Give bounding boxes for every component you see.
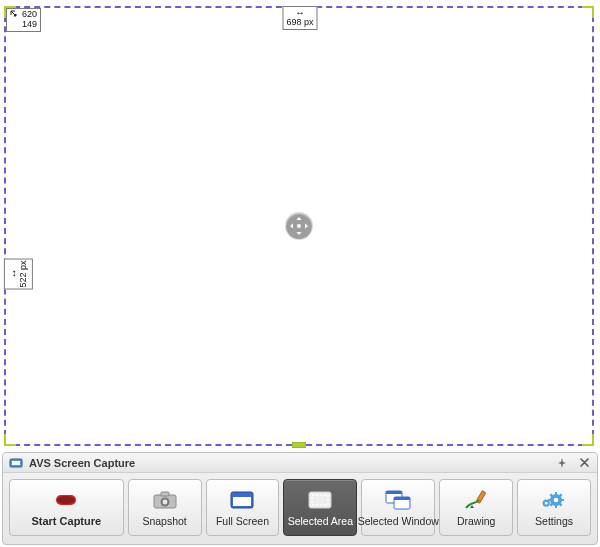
record-icon: [52, 489, 80, 511]
button-label: Start Capture: [31, 515, 101, 527]
resize-handle-bottom-right[interactable]: [582, 434, 594, 446]
selected-area-button[interactable]: Selected Area: [283, 479, 357, 536]
app-icon: [9, 456, 23, 470]
snapshot-button[interactable]: Snapshot: [128, 479, 202, 536]
height-indicator[interactable]: ↔ 522 px: [4, 258, 33, 289]
capture-selection-frame[interactable]: [4, 6, 594, 446]
resize-handle-bottom[interactable]: [292, 442, 306, 448]
button-label: Selected Window: [358, 515, 439, 527]
position-icon: [10, 10, 20, 20]
settings-button[interactable]: Settings: [517, 479, 591, 536]
resize-handle-bottom-left[interactable]: [4, 434, 16, 446]
pin-icon: [557, 458, 567, 468]
pin-button[interactable]: [555, 456, 569, 470]
start-capture-button[interactable]: Start Capture: [9, 479, 124, 536]
app-title: AVS Screen Capture: [29, 457, 549, 469]
titlebar-actions: [555, 456, 591, 470]
svg-rect-11: [161, 492, 169, 496]
width-indicator[interactable]: ↔ 698 px: [282, 6, 317, 30]
toolbar: Start Capture Snapshot Full Screen Selec…: [3, 473, 597, 544]
svg-marker-1: [297, 232, 302, 235]
move-icon: [290, 217, 308, 235]
position-y-value: 149: [22, 20, 37, 30]
position-indicator[interactable]: 620 149: [6, 8, 41, 32]
close-button[interactable]: [577, 456, 591, 470]
svg-point-9: [57, 496, 75, 504]
button-label: Full Screen: [216, 515, 269, 527]
svg-point-4: [297, 224, 301, 228]
svg-rect-7: [12, 461, 20, 465]
full-screen-button[interactable]: Full Screen: [206, 479, 280, 536]
drawing-icon: [462, 489, 490, 511]
selected-area-icon: [306, 489, 334, 511]
svg-rect-28: [555, 505, 557, 508]
width-value: 698 px: [286, 18, 313, 28]
button-label: Snapshot: [142, 515, 186, 527]
full-screen-icon: [228, 489, 256, 511]
svg-marker-0: [297, 217, 302, 220]
svg-point-13: [162, 499, 167, 504]
svg-rect-30: [561, 499, 564, 501]
resize-handle-top-right[interactable]: [582, 6, 594, 18]
svg-marker-24: [470, 505, 474, 508]
svg-rect-16: [233, 494, 251, 497]
selected-window-icon: [384, 489, 412, 511]
svg-rect-20: [386, 491, 402, 494]
panel-titlebar[interactable]: AVS Screen Capture: [3, 453, 597, 473]
selected-window-button[interactable]: Selected Window: [361, 479, 435, 536]
button-label: Drawing: [457, 515, 496, 527]
app-root: { "selection": { "x": 620, "y": 149, "wi…: [0, 0, 600, 547]
svg-point-36: [545, 501, 548, 504]
svg-rect-27: [555, 492, 557, 495]
svg-marker-3: [305, 224, 308, 229]
svg-rect-22: [394, 497, 410, 500]
button-label: Settings: [535, 515, 573, 527]
height-value: 522 px: [19, 260, 29, 287]
button-label: Selected Area: [288, 515, 353, 527]
close-icon: [580, 458, 589, 467]
gear-icon: [540, 489, 568, 511]
control-panel: AVS Screen Capture Start Capture: [2, 452, 598, 545]
svg-marker-2: [290, 224, 293, 229]
svg-point-26: [554, 497, 559, 502]
drawing-button[interactable]: Drawing: [439, 479, 513, 536]
move-handle[interactable]: [286, 213, 312, 239]
camera-icon: [151, 489, 179, 511]
